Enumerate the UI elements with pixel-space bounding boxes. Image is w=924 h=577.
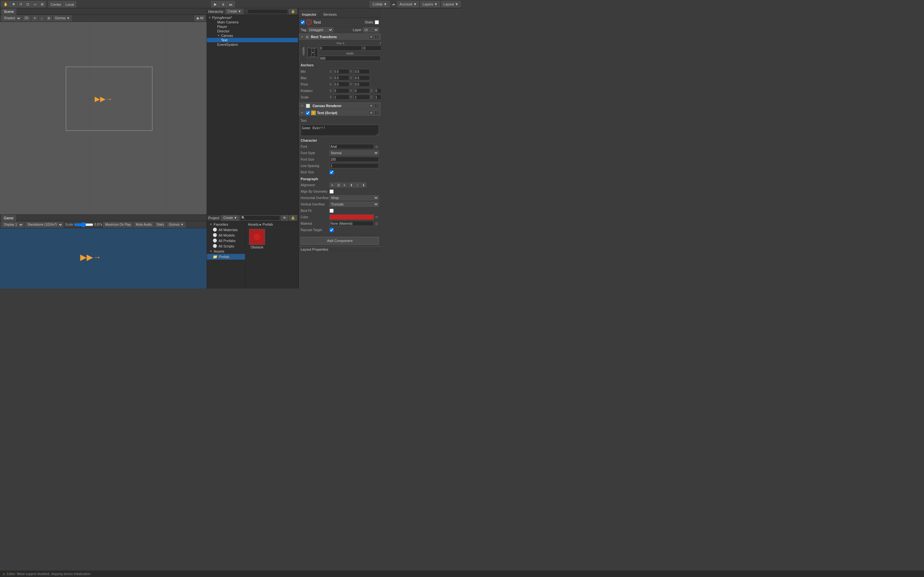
color-swatch[interactable] — [330, 214, 374, 219]
pos-x-input[interactable] — [319, 45, 362, 51]
display-dropdown[interactable]: Display 1 — [1, 222, 24, 227]
scale-z-input[interactable] — [375, 95, 381, 100]
canvas-renderer-header[interactable]: ▼ ⬜ Canvas Renderer ⚙ ⋮ — [299, 102, 381, 109]
hierarchy-lock-btn[interactable]: 🔒 — [289, 9, 297, 15]
audio-btn[interactable]: ♪ — [39, 15, 45, 21]
text-script-checkbox[interactable] — [306, 111, 310, 115]
best-fit-checkbox[interactable] — [330, 209, 334, 213]
shading-dropdown[interactable]: Shaded — [1, 15, 21, 21]
font-input[interactable] — [330, 144, 374, 149]
canvas-renderer-edit-btn[interactable]: ⚙ — [369, 103, 373, 108]
inspector-tab[interactable]: Inspector — [299, 11, 320, 18]
pivot-x-input[interactable] — [333, 82, 349, 87]
material-select-btn[interactable]: ◎ — [375, 221, 379, 226]
align-center-btn[interactable]: ☰ — [336, 182, 341, 187]
text-script-edit-btn[interactable]: ⚙ — [369, 111, 373, 115]
add-component-btn[interactable]: Add Component — [300, 237, 379, 245]
rich-text-checkbox[interactable] — [330, 170, 334, 174]
tag-dropdown[interactable]: Untagged — [308, 27, 333, 32]
play-btn[interactable]: ▶ — [212, 1, 220, 8]
object-active-checkbox[interactable] — [300, 20, 305, 24]
font-select-btn[interactable]: ◎ — [375, 145, 379, 149]
canvas-renderer-menu-btn[interactable]: ⋮ — [375, 103, 379, 108]
fx-btn[interactable]: ⊞ — [45, 15, 52, 21]
line-spacing-input[interactable] — [330, 163, 379, 168]
game-gizmos-btn[interactable]: Gizmos ▼ — [167, 222, 186, 227]
scene-tab[interactable]: Scene — [1, 8, 16, 15]
anchor-max-x-input[interactable] — [333, 75, 349, 81]
scene-viewport[interactable]: ▶▶→ — [0, 22, 207, 214]
scale-slider[interactable] — [74, 223, 94, 227]
align-left-btn[interactable]: ≡ — [330, 182, 335, 187]
collab-btn[interactable]: Collab ▼ — [370, 1, 390, 7]
resolution-dropdown[interactable]: Standalone (1024x768) — [25, 222, 63, 227]
scale-x-input[interactable] — [333, 95, 349, 100]
align-bottom-btn[interactable]: ⬇ — [360, 182, 367, 187]
align-right-btn[interactable]: ≡ — [342, 182, 347, 187]
game-viewport[interactable]: ▶▶→ — [0, 228, 207, 288]
material-input[interactable] — [330, 221, 374, 226]
align-top-btn[interactable]: ⬆ — [349, 182, 354, 187]
tool-rect[interactable]: ▭ — [31, 1, 39, 8]
color-eyedropper[interactable]: ✏ — [375, 215, 379, 219]
stats-btn[interactable]: Stats — [155, 222, 166, 227]
layer-dropdown[interactable]: UI — [363, 27, 379, 32]
rect-transform-edit-btn[interactable]: ⚙ — [369, 35, 373, 39]
layout-dropdown[interactable]: Layout ▼ — [441, 1, 461, 7]
proj-assets[interactable]: ▼ Assets — [207, 249, 245, 254]
mute-btn[interactable]: Mute Audio — [134, 222, 153, 227]
services-tab[interactable]: Services — [320, 11, 340, 18]
raycast-checkbox[interactable] — [330, 228, 334, 232]
2d-btn[interactable]: 2D — [23, 15, 31, 21]
hierarchy-create-btn[interactable]: Create ▼ — [226, 9, 243, 15]
anchor-grid[interactable] — [308, 47, 318, 58]
proj-all-materials[interactable]: ⚪ All Materials — [207, 227, 245, 232]
step-btn[interactable]: ⏭ — [227, 1, 234, 8]
project-create-btn[interactable]: Create ▼ — [221, 215, 239, 221]
anchor-max-y-input[interactable] — [354, 75, 370, 81]
scene-all-btn[interactable]: ◉ All — [194, 15, 205, 21]
font-style-select[interactable]: Normal Bold Italic — [330, 150, 379, 155]
static-checkbox[interactable] — [375, 20, 379, 24]
project-eye-btn[interactable]: 👁 — [281, 215, 288, 221]
rot-z-input[interactable] — [375, 88, 381, 93]
game-tab[interactable]: Game — [1, 215, 16, 221]
tool-hand[interactable]: ✋ — [2, 1, 10, 8]
align-middle-btn[interactable]: ↕ — [355, 182, 360, 187]
width-input[interactable] — [319, 56, 381, 61]
hierarchy-item-director[interactable]: Director — [207, 29, 298, 33]
proj-favorites[interactable]: ▼ Favorites — [207, 222, 245, 227]
proj-prefab[interactable]: 📁 Prefab — [207, 254, 245, 259]
hierarchy-item-text[interactable]: Text — [207, 38, 298, 42]
pause-btn[interactable]: ⏸ — [220, 1, 227, 8]
tool-transform[interactable]: ⊞ — [39, 1, 45, 8]
h-overflow-select[interactable]: Wrap Overflow — [330, 195, 379, 200]
text-script-header[interactable]: ▼ T Text (Script) ⚙ ⋮ — [299, 109, 381, 116]
scene-gizmos-btn[interactable]: Gizmos ▼ — [53, 15, 72, 21]
anchor-min-y-input[interactable] — [354, 69, 370, 74]
hierarchy-root[interactable]: ▼ FlyingArrow* — [207, 15, 298, 20]
tool-rotate[interactable]: ↺ — [17, 1, 24, 8]
proj-all-scripts[interactable]: ⚪ All Scripts — [207, 243, 245, 249]
tool-scale[interactable]: ⊡ — [24, 1, 31, 8]
tool-move[interactable]: ✥ — [10, 1, 17, 8]
pos-y-input[interactable] — [363, 45, 381, 51]
font-size-input[interactable] — [330, 157, 379, 162]
anchor-min-x-input[interactable] — [333, 69, 349, 74]
maximize-btn[interactable]: Maximize On Play — [103, 222, 133, 227]
project-search[interactable] — [240, 215, 280, 221]
proj-all-prefabs[interactable]: ⚪ All Prefabs — [207, 238, 245, 243]
hierarchy-item-player[interactable]: Player — [207, 24, 298, 29]
rot-x-input[interactable] — [333, 88, 349, 93]
account-dropdown[interactable]: Account ▼ — [397, 1, 419, 7]
text-content-textarea[interactable] — [300, 125, 379, 136]
thumbnail-obstacle[interactable]: Obstacle — [247, 229, 267, 249]
rect-transform-header[interactable]: ▼ ⊞ Rect Transform ⚙ ⋮ — [299, 33, 381, 40]
v-overflow-select[interactable]: Truncate Overflow — [330, 201, 379, 207]
layers-dropdown[interactable]: Layers ▼ — [420, 1, 440, 7]
lighting-btn[interactable]: ☀ — [31, 15, 38, 21]
hierarchy-item-maincamera[interactable]: Main Camera — [207, 20, 298, 24]
text-script-menu-btn[interactable]: ⋮ — [375, 111, 379, 115]
hierarchy-search[interactable] — [244, 9, 288, 14]
pivot-local-btn[interactable]: Local — [63, 1, 76, 8]
